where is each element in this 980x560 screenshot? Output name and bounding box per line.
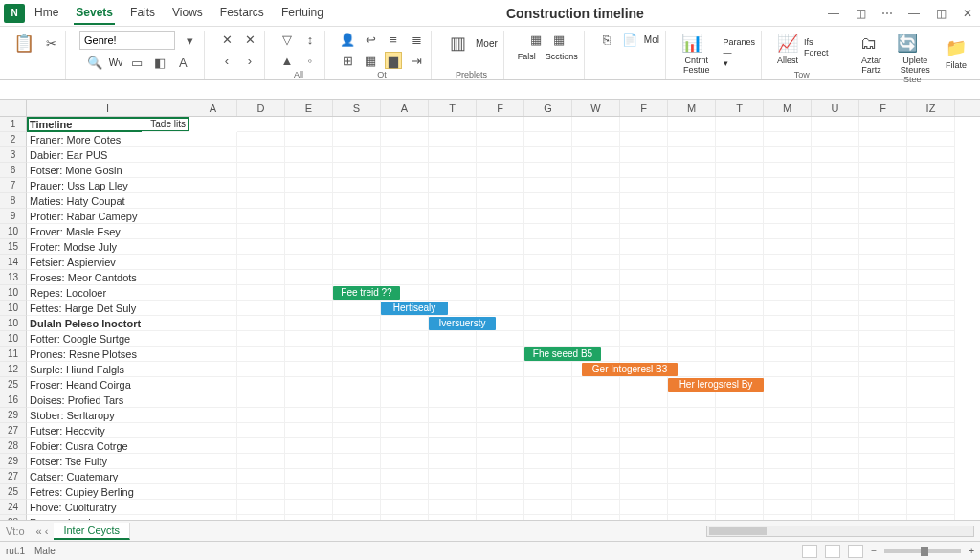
- cell[interactable]: [524, 484, 572, 500]
- cell[interactable]: [333, 500, 381, 515]
- cell[interactable]: [907, 362, 955, 377]
- cell[interactable]: [716, 423, 764, 438]
- cell[interactable]: [812, 331, 859, 347]
- cell[interactable]: [716, 301, 764, 316]
- cell[interactable]: [381, 255, 429, 270]
- cell-label[interactable]: Frover: Masle Esey: [27, 224, 189, 239]
- cell[interactable]: [333, 392, 381, 408]
- cell[interactable]: [572, 515, 620, 520]
- view-layout-icon[interactable]: [825, 545, 840, 558]
- cell[interactable]: [237, 255, 285, 270]
- cell[interactable]: [812, 515, 859, 520]
- cell[interactable]: [333, 484, 381, 500]
- cell[interactable]: [859, 377, 907, 392]
- search-small-icon[interactable]: 🔍: [86, 54, 103, 71]
- gantt-bar[interactable]: Ger Intogeresl B3: [582, 363, 678, 376]
- cell[interactable]: [620, 515, 668, 520]
- cell[interactable]: [907, 147, 955, 163]
- cell[interactable]: [333, 454, 381, 469]
- cell[interactable]: [285, 331, 333, 347]
- indent-icon[interactable]: ⇥: [408, 52, 425, 69]
- cell[interactable]: [859, 147, 907, 163]
- column-header[interactable]: F: [620, 100, 668, 116]
- cell[interactable]: [333, 209, 381, 224]
- cell[interactable]: [429, 147, 477, 163]
- cell[interactable]: [477, 423, 524, 438]
- sheet-tab-inter-ceycts[interactable]: Inter Ceycts: [54, 523, 130, 540]
- cell-label[interactable]: Catser: Cuatemary: [27, 469, 189, 484]
- cell[interactable]: [812, 132, 859, 147]
- cell[interactable]: [429, 408, 477, 423]
- cell[interactable]: [620, 132, 668, 147]
- win-max-icon[interactable]: ◫: [932, 7, 949, 20]
- cell-label[interactable]: Froves: Inaolorce: [27, 515, 189, 520]
- cell-label[interactable]: Maties: Haty Coupat: [27, 193, 189, 209]
- row-header[interactable]: 29: [0, 408, 27, 423]
- win-more-icon[interactable]: ⋯: [879, 7, 896, 20]
- cell[interactable]: [812, 362, 859, 377]
- column-header[interactable]: M: [764, 100, 812, 116]
- cell[interactable]: [907, 178, 955, 193]
- cell[interactable]: [859, 316, 907, 331]
- cell[interactable]: [285, 301, 333, 316]
- cell[interactable]: [477, 147, 524, 163]
- cell[interactable]: [285, 147, 333, 163]
- cell[interactable]: [572, 285, 620, 301]
- cell[interactable]: [764, 438, 812, 454]
- cell[interactable]: [620, 331, 668, 347]
- cell[interactable]: [572, 147, 620, 163]
- cell[interactable]: [859, 163, 907, 178]
- cell[interactable]: [668, 239, 716, 255]
- cell[interactable]: [812, 438, 859, 454]
- cell[interactable]: [333, 438, 381, 454]
- clear-icon[interactable]: ◦: [301, 52, 319, 69]
- cell[interactable]: [237, 178, 285, 193]
- cell[interactable]: [189, 163, 237, 178]
- gantt-bar[interactable]: Hertisealy: [381, 302, 448, 315]
- cell-label[interactable]: Froses: Meor Cantdots: [27, 270, 189, 285]
- cell[interactable]: Tade lits: [142, 117, 189, 132]
- arrow-left-icon[interactable]: ‹: [218, 52, 235, 69]
- cell[interactable]: [812, 347, 859, 362]
- cell[interactable]: [381, 163, 429, 178]
- undo-x-icon[interactable]: ✕: [218, 31, 235, 48]
- cell[interactable]: [620, 408, 668, 423]
- highlight-fill-icon[interactable]: ▆: [385, 52, 402, 69]
- view-normal-icon[interactable]: [802, 545, 817, 558]
- cell-label[interactable]: Fobier: Cusra Cotrge: [27, 438, 189, 454]
- cell[interactable]: [237, 117, 285, 132]
- column-header[interactable]: T: [429, 100, 477, 116]
- cell[interactable]: [907, 117, 955, 132]
- cell[interactable]: [716, 285, 764, 301]
- cell-label[interactable]: Dulaln Peleso Inoctort: [27, 316, 189, 331]
- cell[interactable]: [716, 239, 764, 255]
- cell[interactable]: [237, 239, 285, 255]
- cell[interactable]: [333, 255, 381, 270]
- cell[interactable]: [477, 484, 524, 500]
- cell[interactable]: [429, 270, 477, 285]
- cell[interactable]: [477, 454, 524, 469]
- gantt-bar[interactable]: Fhe seeed B5: [524, 347, 601, 361]
- cell[interactable]: [859, 117, 907, 132]
- merge-icon[interactable]: ⊞: [339, 52, 356, 69]
- cell-label[interactable]: Fetres: Cupiey Berling: [27, 484, 189, 500]
- cell[interactable]: [859, 392, 907, 408]
- center-icon[interactable]: ▦: [362, 52, 379, 69]
- cell-label[interactable]: Froser: Heand Coirga: [27, 377, 189, 392]
- cell[interactable]: [620, 239, 668, 255]
- cell[interactable]: [620, 392, 668, 408]
- cell[interactable]: [572, 392, 620, 408]
- cell[interactable]: [620, 469, 668, 484]
- menu-faits[interactable]: Faits: [128, 2, 157, 25]
- cell[interactable]: [907, 270, 955, 285]
- cell[interactable]: [907, 408, 955, 423]
- column-header[interactable]: IZ: [907, 100, 955, 116]
- cell-label[interactable]: Protier: Rabar Camepy: [27, 209, 189, 224]
- cell[interactable]: [764, 484, 812, 500]
- cell[interactable]: [620, 301, 668, 316]
- cell[interactable]: [572, 193, 620, 209]
- cell[interactable]: [333, 178, 381, 193]
- cell[interactable]: [668, 408, 716, 423]
- cell[interactable]: [716, 362, 764, 377]
- wrap-icon[interactable]: ↩: [362, 31, 379, 48]
